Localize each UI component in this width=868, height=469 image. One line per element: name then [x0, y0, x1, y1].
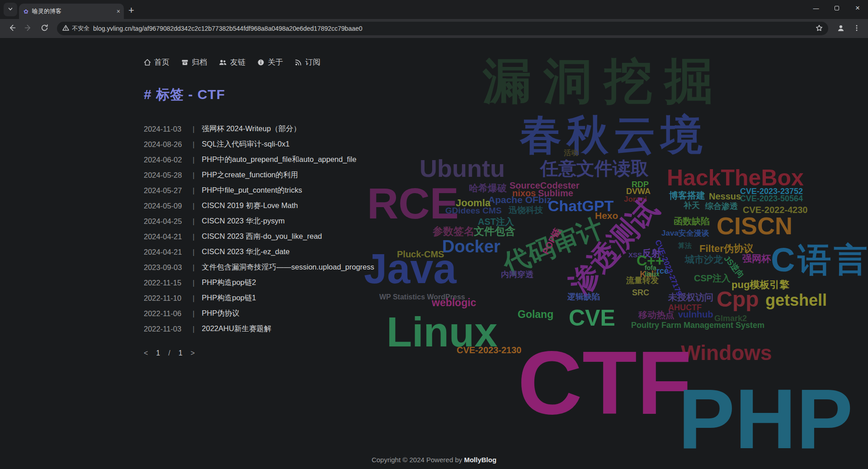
post-separator: | — [193, 309, 194, 318]
wordcloud-tag[interactable]: PHP — [678, 376, 853, 461]
total-pages: 1 — [179, 349, 183, 357]
page-footer: Copyright © 2024 Powered by MollyBlog — [0, 456, 868, 464]
nav-item-1[interactable]: 首页 — [144, 57, 170, 67]
footer-brand-link[interactable]: MollyBlog — [464, 456, 496, 464]
browser-menu-button[interactable] — [850, 21, 863, 36]
post-separator: | — [193, 325, 194, 333]
post-separator: | — [193, 140, 194, 149]
tab-search-button[interactable] — [4, 3, 17, 16]
main-content: 首页归档友链关于订阅 # 标签 - CTF 2024-11-03|强网杯 202… — [0, 38, 868, 357]
post-date: 2022-11-06 — [144, 309, 185, 318]
person-icon — [837, 24, 845, 33]
page-title: # 标签 - CTF — [144, 85, 868, 104]
current-page: 1 — [156, 349, 160, 357]
post-separator: | — [193, 263, 194, 272]
post-separator: | — [193, 217, 194, 226]
post-title-link[interactable]: PHP中file_put_content的tricks — [202, 185, 302, 195]
list-item: 2024-05-27|PHP中file_put_content的tricks — [144, 183, 868, 198]
browser-toolbar: 不安全 blog.yvling.cn/tag/af9679082dd342c2c… — [0, 19, 868, 38]
minimize-button[interactable]: — — [806, 0, 826, 16]
list-item: 2024-06-02|PHP中的auto_prepend_file和auto_a… — [144, 152, 868, 167]
post-title-link[interactable]: CISCN 2023 西南-do_you_like_read — [202, 232, 322, 242]
post-separator: | — [193, 202, 194, 210]
post-separator: | — [193, 186, 194, 195]
list-item: 2022-11-03|2022AHU新生赛题解 — [144, 321, 868, 336]
post-title-link[interactable]: PHP伪协议 — [202, 308, 239, 318]
post-date: 2024-04-25 — [144, 217, 185, 226]
nav-item-5[interactable]: 订阅 — [295, 57, 321, 67]
browser-tab[interactable]: ✿ 喻灵的博客 × — [19, 4, 124, 19]
nav-item-label: 订阅 — [305, 57, 321, 67]
post-date: 2022-11-15 — [144, 279, 185, 287]
list-item: 2022-11-06|PHP伪协议 — [144, 306, 868, 321]
prev-page-button[interactable]: < — [144, 349, 148, 357]
post-title-link[interactable]: PHP之create_function的利用 — [202, 170, 298, 180]
post-title-link[interactable]: CISCN 2023 华北-ez_date — [202, 247, 289, 257]
post-separator: | — [193, 125, 194, 133]
warning-triangle-icon — [62, 24, 69, 33]
post-title-link[interactable]: CISCN 2023 华北-pysym — [202, 216, 284, 226]
bookmark-star-button[interactable] — [816, 24, 823, 33]
post-list: 2024-11-03|强网杯 2024-Writeup（部分）2024-08-2… — [144, 121, 868, 336]
site-favicon: ✿ — [24, 9, 28, 14]
list-item: 2022-11-15|PHP构造pop链2 — [144, 275, 868, 290]
post-separator: | — [193, 171, 194, 180]
list-item: 2023-09-03|文件包含漏洞奇技淫巧——session.upload_pr… — [144, 260, 868, 275]
post-date: 2024-05-27 — [144, 186, 185, 195]
post-separator: | — [193, 294, 194, 303]
post-title-link[interactable]: PHP中的auto_prepend_file和auto_append_file — [202, 155, 356, 165]
archive-icon — [181, 59, 189, 66]
post-title-link[interactable]: SQL注入代码审计-sqli-0x1 — [202, 139, 289, 149]
list-item: 2024-04-21|CISCN 2023 华北-ez_date — [144, 244, 868, 260]
post-title-link[interactable]: PHP构造pop链1 — [202, 293, 256, 303]
post-separator: | — [193, 232, 194, 241]
security-label: 不安全 — [72, 24, 90, 33]
post-title-link[interactable]: 文件包含漏洞奇技淫巧——session.upload_progress — [202, 262, 374, 272]
post-date: 2023-09-03 — [144, 263, 185, 272]
post-title-link[interactable]: CISCN 2019 初赛-Love Math — [202, 201, 298, 211]
tab-title: 喻灵的博客 — [32, 7, 113, 15]
post-title-link[interactable]: 2022AHU新生赛题解 — [202, 324, 271, 334]
post-date: 2024-11-03 — [144, 125, 185, 133]
browser-window: ✿ 喻灵的博客 × + — × 不安全 blog.yvling.cn/tag/a… — [0, 0, 868, 469]
post-date: 2022-11-03 — [144, 325, 185, 333]
reload-button[interactable] — [37, 21, 52, 36]
kebab-menu-icon — [854, 24, 860, 33]
post-title-link[interactable]: PHP构造pop链2 — [202, 278, 256, 288]
security-chip[interactable]: 不安全 — [62, 24, 90, 33]
about-icon — [257, 59, 264, 66]
list-item: 2024-05-28|PHP之create_function的利用 — [144, 167, 868, 183]
forward-button[interactable] — [21, 21, 35, 36]
profile-avatar-button[interactable] — [834, 21, 848, 36]
nav-item-label: 首页 — [154, 57, 170, 67]
list-item: 2024-05-09|CISCN 2019 初赛-Love Math — [144, 198, 868, 213]
post-separator: | — [193, 279, 194, 287]
post-title-link[interactable]: 强网杯 2024-Writeup（部分） — [202, 124, 301, 134]
nav-item-4[interactable]: 关于 — [257, 57, 283, 67]
nav-item-3[interactable]: 友链 — [219, 57, 245, 67]
next-page-button[interactable]: > — [191, 349, 195, 357]
post-date: 2024-05-09 — [144, 202, 185, 210]
pagination: < 1 / 1 > — [144, 349, 868, 357]
back-button[interactable] — [5, 21, 19, 36]
star-icon — [816, 24, 823, 33]
post-separator: | — [193, 156, 194, 164]
maximize-button[interactable] — [826, 0, 847, 16]
nav-item-label: 关于 — [268, 57, 283, 67]
nav-item-2[interactable]: 归档 — [181, 57, 207, 67]
home-icon — [144, 59, 151, 66]
nav-item-label: 归档 — [192, 57, 207, 67]
page-separator: / — [168, 349, 170, 357]
reload-icon — [41, 24, 48, 33]
list-item: 2024-04-25|CISCN 2023 华北-pysym — [144, 213, 868, 229]
post-date: 2022-11-10 — [144, 294, 185, 303]
list-item: 2022-11-10|PHP构造pop链1 — [144, 290, 868, 306]
address-bar[interactable]: 不安全 blog.yvling.cn/tag/af9679082dd342c2c… — [57, 22, 828, 35]
close-window-button[interactable]: × — [847, 0, 868, 16]
url-text[interactable]: blog.yvling.cn/tag/af9679082dd342c2c12b7… — [93, 25, 812, 32]
list-item: 2024-04-21|CISCN 2023 西南-do_you_like_rea… — [144, 229, 868, 244]
forward-arrow-icon — [24, 24, 32, 33]
rss-icon — [295, 59, 302, 66]
close-tab-icon[interactable]: × — [117, 8, 120, 14]
new-tab-button[interactable]: + — [128, 5, 134, 15]
